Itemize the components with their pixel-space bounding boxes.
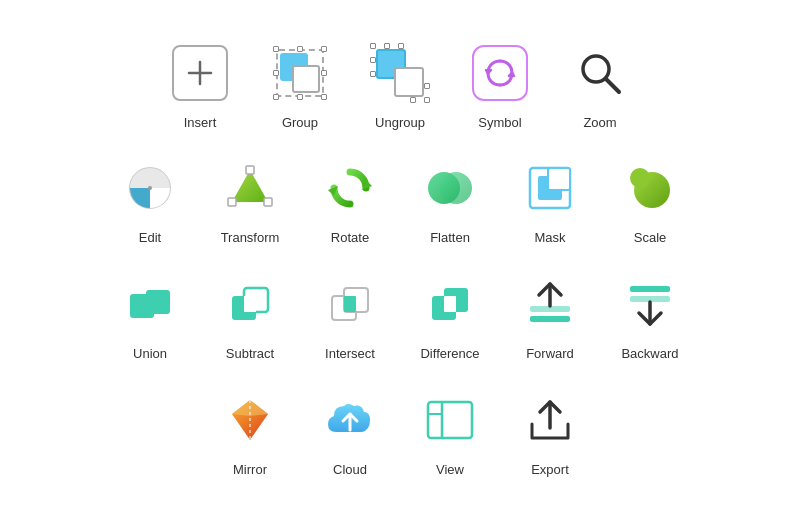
- zoom-label: Zoom: [583, 115, 616, 131]
- group-label: Group: [282, 115, 318, 131]
- rotate-item[interactable]: Rotate: [300, 144, 400, 250]
- edit-item[interactable]: Edit: [100, 144, 200, 250]
- intersect-item[interactable]: Intersect: [300, 260, 400, 366]
- svg-rect-8: [246, 166, 254, 174]
- svg-point-5: [148, 186, 152, 190]
- export-label: Export: [531, 462, 569, 478]
- rotate-icon: [322, 160, 378, 216]
- mirror-label: Mirror: [233, 462, 267, 478]
- difference-item[interactable]: Difference: [400, 260, 500, 366]
- union-icon: [122, 276, 178, 332]
- svg-rect-9: [264, 198, 272, 206]
- scale-icon: [622, 160, 678, 216]
- backward-item[interactable]: Backward: [600, 260, 700, 366]
- edit-label: Edit: [139, 230, 161, 246]
- cloud-label: Cloud: [333, 462, 367, 478]
- cloud-icon: [322, 392, 378, 448]
- symbol-icon: [472, 45, 528, 101]
- insert-label: Insert: [184, 115, 217, 131]
- zoom-icon: [572, 45, 628, 101]
- mirror-item[interactable]: Mirror: [200, 376, 300, 482]
- svg-line-3: [606, 79, 619, 92]
- row-2: Edit: [100, 144, 700, 250]
- view-label: View: [436, 462, 464, 478]
- svg-rect-40: [428, 402, 472, 438]
- subtract-label: Subtract: [226, 346, 274, 362]
- subtract-icon: [222, 276, 278, 332]
- union-item[interactable]: Union: [100, 260, 200, 366]
- ungroup-icon: [372, 45, 428, 101]
- zoom-item[interactable]: Zoom: [550, 29, 650, 135]
- symbol-item[interactable]: Symbol: [450, 29, 550, 135]
- forward-label: Forward: [526, 346, 574, 362]
- svg-point-18: [630, 168, 650, 188]
- svg-rect-23: [244, 296, 256, 312]
- group-item[interactable]: Group: [250, 29, 350, 135]
- union-label: Union: [133, 346, 167, 362]
- svg-rect-26: [344, 296, 356, 312]
- cloud-item[interactable]: Cloud: [300, 376, 400, 482]
- row-3: Union Subtract: [100, 260, 700, 366]
- symbol-label: Symbol: [478, 115, 521, 131]
- rotate-label: Rotate: [331, 230, 369, 246]
- export-icon: [522, 392, 578, 448]
- row-4: Mirror: [200, 376, 600, 482]
- svg-point-13: [440, 172, 472, 204]
- flatten-label: Flatten: [430, 230, 470, 246]
- scale-item[interactable]: Scale: [600, 144, 700, 250]
- icon-grid: Insert Group: [100, 29, 700, 481]
- svg-rect-33: [630, 286, 670, 292]
- difference-label: Difference: [420, 346, 479, 362]
- ungroup-label: Ungroup: [375, 115, 425, 131]
- backward-icon: [622, 276, 678, 332]
- difference-icon: [422, 276, 478, 332]
- mask-icon: [522, 160, 578, 216]
- edit-icon: [122, 160, 178, 216]
- intersect-icon: [322, 276, 378, 332]
- flatten-item[interactable]: Flatten: [400, 144, 500, 250]
- mirror-icon: [222, 392, 278, 448]
- forward-item[interactable]: Forward: [500, 260, 600, 366]
- view-item[interactable]: View: [400, 376, 500, 482]
- subtract-item[interactable]: Subtract: [200, 260, 300, 366]
- forward-icon: [522, 276, 578, 332]
- svg-rect-29: [444, 296, 456, 312]
- view-icon: [422, 392, 478, 448]
- transform-item[interactable]: Transform: [200, 144, 300, 250]
- transform-icon: [222, 160, 278, 216]
- svg-marker-6: [232, 170, 268, 202]
- intersect-label: Intersect: [325, 346, 375, 362]
- mask-label: Mask: [534, 230, 565, 246]
- transform-label: Transform: [221, 230, 280, 246]
- insert-item[interactable]: Insert: [150, 29, 250, 135]
- group-icon: [272, 45, 328, 101]
- mask-item[interactable]: Mask: [500, 144, 600, 250]
- export-item[interactable]: Export: [500, 376, 600, 482]
- scale-label: Scale: [634, 230, 667, 246]
- svg-rect-7: [228, 198, 236, 206]
- ungroup-item[interactable]: Ungroup: [350, 29, 450, 135]
- svg-rect-16: [548, 168, 570, 190]
- backward-label: Backward: [621, 346, 678, 362]
- svg-rect-20: [146, 290, 170, 314]
- flatten-icon: [422, 160, 478, 216]
- svg-rect-30: [530, 316, 570, 322]
- insert-icon: [172, 45, 228, 101]
- row-1: Insert Group: [150, 29, 650, 135]
